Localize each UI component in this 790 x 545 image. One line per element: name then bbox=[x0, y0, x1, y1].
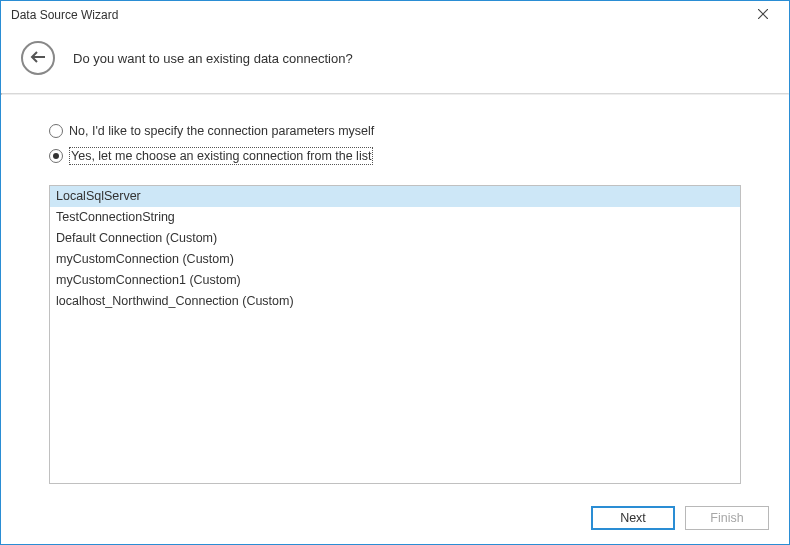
list-item[interactable]: myCustomConnection1 (Custom) bbox=[50, 270, 740, 291]
wizard-question: Do you want to use an existing data conn… bbox=[73, 51, 353, 66]
radio-option-yes[interactable]: Yes, let me choose an existing connectio… bbox=[49, 147, 741, 165]
close-icon bbox=[758, 8, 768, 22]
radio-icon bbox=[49, 124, 63, 138]
back-button[interactable] bbox=[21, 41, 55, 75]
next-button[interactable]: Next bbox=[591, 506, 675, 530]
radio-checked-icon bbox=[49, 149, 63, 163]
close-button[interactable] bbox=[745, 5, 781, 25]
wizard-window: Data Source Wizard Do you want to use an… bbox=[0, 0, 790, 545]
list-item[interactable]: TestConnectionString bbox=[50, 207, 740, 228]
radio-label-yes: Yes, let me choose an existing connectio… bbox=[69, 147, 373, 165]
wizard-footer: Next Finish bbox=[1, 494, 789, 544]
wizard-header: Do you want to use an existing data conn… bbox=[1, 29, 789, 93]
window-title: Data Source Wizard bbox=[11, 8, 745, 22]
radio-label-no: No, I'd like to specify the connection p… bbox=[69, 123, 374, 139]
list-item[interactable]: LocalSqlServer bbox=[50, 186, 740, 207]
connection-listbox[interactable]: LocalSqlServer TestConnectionString Defa… bbox=[49, 185, 741, 484]
arrow-left-icon bbox=[30, 50, 46, 67]
titlebar: Data Source Wizard bbox=[1, 1, 789, 29]
list-item[interactable]: myCustomConnection (Custom) bbox=[50, 249, 740, 270]
finish-button: Finish bbox=[685, 506, 769, 530]
list-item[interactable]: localhost_Northwind_Connection (Custom) bbox=[50, 291, 740, 312]
radio-option-no[interactable]: No, I'd like to specify the connection p… bbox=[49, 123, 741, 139]
list-item[interactable]: Default Connection (Custom) bbox=[50, 228, 740, 249]
wizard-content: No, I'd like to specify the connection p… bbox=[1, 95, 789, 494]
